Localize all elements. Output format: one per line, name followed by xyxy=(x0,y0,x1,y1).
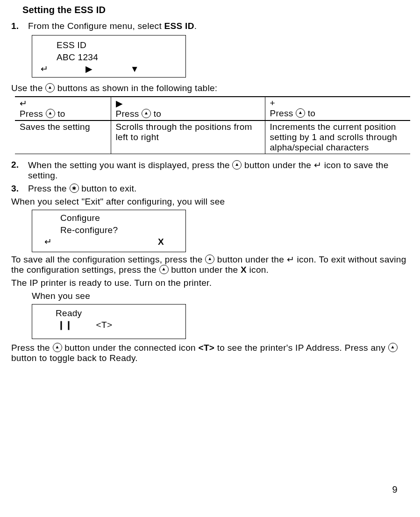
step-number: 1. xyxy=(11,21,28,31)
cell-saves: Saves the setting xyxy=(15,120,111,154)
text: to see the printer's IP Address. Press a… xyxy=(214,343,388,353)
enter-icon: ↵ xyxy=(287,255,294,264)
text: button under the xyxy=(169,265,241,275)
text: When the setting you want is displayed, … xyxy=(28,160,232,170)
x-icon: X xyxy=(158,236,164,248)
col3-header: + Press to xyxy=(265,97,410,120)
text: to xyxy=(151,109,161,119)
down-arrow-icon: ▼ xyxy=(130,63,139,75)
lcd-line2: ABC 1234 xyxy=(57,51,178,64)
step-text: . xyxy=(194,21,197,31)
button-functions-table: ↵ Press to ▶ Press to + Press to Saves t… xyxy=(15,96,410,154)
text: to xyxy=(305,108,315,118)
up-button-icon xyxy=(53,343,62,352)
step-1: 1. From the Configure menu, select ESS I… xyxy=(11,21,409,31)
text: Press xyxy=(270,108,296,118)
cell-increments: Increments the current position setting … xyxy=(265,120,410,154)
enter-icon: ↵ xyxy=(41,63,48,75)
up-button-icon xyxy=(232,160,242,170)
text: Press xyxy=(116,109,142,119)
save-exit-paragraph: To save all the configuration settings, … xyxy=(11,254,409,275)
text: button under the xyxy=(242,160,313,170)
text: Press xyxy=(20,109,46,119)
text: to xyxy=(55,109,65,119)
col2-header: ▶ Press to xyxy=(111,97,265,120)
text: button under the connected icon xyxy=(62,343,199,353)
lcd-line2: Re-configure? xyxy=(60,224,178,236)
enter-icon: ↵ xyxy=(20,99,27,108)
lcd-line1: Configure xyxy=(60,212,178,224)
text: button to exit. xyxy=(79,184,137,193)
text: icon. xyxy=(247,265,269,275)
step-text: From the Configure menu, select xyxy=(28,21,164,31)
text: button under the xyxy=(214,255,286,264)
section-heading: Setting the ESS ID xyxy=(22,5,409,15)
connected-icon: <T> xyxy=(96,319,113,331)
table-row: Saves the setting Scrolls through the po… xyxy=(15,120,410,154)
step-number: 2. xyxy=(11,160,28,181)
step-number: 3. xyxy=(11,184,28,194)
up-button-icon xyxy=(45,83,55,92)
up-button-icon xyxy=(388,343,398,352)
step-2: 2. When the setting you want is displaye… xyxy=(11,160,409,181)
right-arrow-icon: ▶ xyxy=(85,63,93,75)
plus-icon: + xyxy=(270,98,275,108)
lcd-essid: ESS ID ABC 1234 ↵ ▶ ▼ xyxy=(32,35,186,78)
text: Press the xyxy=(11,343,53,353)
enter-icon: ↵ xyxy=(44,236,52,248)
up-button-icon xyxy=(46,109,55,118)
exit-button-icon xyxy=(70,184,79,193)
up-button-icon xyxy=(296,108,305,118)
x-bold: X xyxy=(241,265,247,275)
table-header-row: ↵ Press to ▶ Press to + Press to xyxy=(15,97,410,120)
ip-ready-line: The IP printer is ready to use. Turn on … xyxy=(11,278,409,288)
lcd-reconfigure: Configure Re-configure? ↵ X xyxy=(32,210,186,252)
text: Use the xyxy=(11,83,45,93)
lcd-line1: ESS ID xyxy=(57,39,178,51)
up-button-icon xyxy=(142,109,151,118)
text: Press the xyxy=(28,184,70,193)
text: buttons as shown in the following table: xyxy=(55,83,217,93)
text: To save all the configuration settings, … xyxy=(11,255,205,264)
ess-id-bold: ESS ID xyxy=(164,21,194,31)
cell-scrolls: Scrolls through the positions from left … xyxy=(111,120,265,154)
right-arrow-icon: ▶ xyxy=(116,99,123,108)
step-3: 3. Press the button to exit. xyxy=(11,184,409,194)
when-you-see: When you see xyxy=(32,291,409,301)
step-body: From the Configure menu, select ESS ID. xyxy=(28,21,409,31)
exit-select-line: When you select "Exit" after configuring… xyxy=(11,197,409,207)
lcd-ready: Ready ❙❙ <T> xyxy=(32,304,186,339)
up-button-icon xyxy=(205,255,214,264)
text: button to toggle back to Ready. xyxy=(11,353,138,363)
step-body: Press the button to exit. xyxy=(28,184,409,194)
up-button-icon xyxy=(159,265,169,274)
press-t-paragraph: Press the button under the connected ico… xyxy=(11,343,409,363)
use-buttons-line: Use the buttons as shown in the followin… xyxy=(11,83,409,93)
pause-icon: ❙❙ xyxy=(57,319,73,331)
step-body: When the setting you want is displayed, … xyxy=(28,160,409,181)
t-tag-bold: <T> xyxy=(199,343,215,353)
page-number: 9 xyxy=(392,484,398,495)
enter-icon: ↵ xyxy=(314,160,321,170)
lcd-line1: Ready xyxy=(56,307,178,319)
col1-header: ↵ Press to xyxy=(15,97,111,120)
